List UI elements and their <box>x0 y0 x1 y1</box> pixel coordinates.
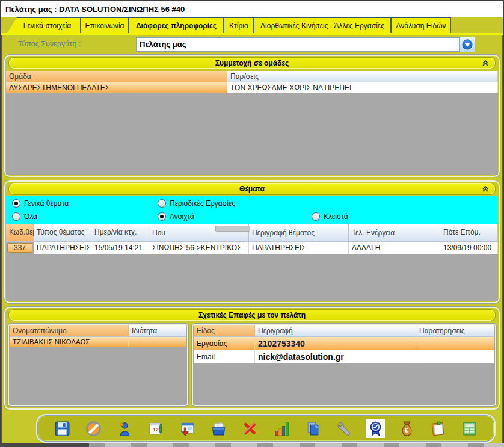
people-table-header: Ονοματεπώνυμο Ιδιότητα <box>10 325 186 337</box>
copy-icon <box>305 421 321 437</box>
column-header-desc[interactable]: Περιγραφή θέματος <box>249 224 349 242</box>
calendar-update-icon: 12 <box>148 421 164 437</box>
contact-person-button[interactable] <box>115 419 134 438</box>
certificate-award-button[interactable] <box>366 419 385 438</box>
contact-person-icon <box>117 421 133 437</box>
wrench-icon <box>336 421 352 437</box>
notes-clipboard-button[interactable] <box>429 419 448 438</box>
svg-text:12: 12 <box>153 426 159 432</box>
topics-filter-bar: Γενικά θέματα Περιοδικές Εργασίες Όλα Αν… <box>6 196 498 224</box>
column-header-notes[interactable]: Παρ/σεις <box>227 71 498 82</box>
calculator-button[interactable] <box>460 419 479 438</box>
page-title: Πελάτης μας : DATA SOLUTION/ΣΙΝΩΠΗΣ 56 #… <box>5 5 185 14</box>
table-row[interactable]: Email nick@datasolution.gr <box>194 350 494 363</box>
topic-code-cell[interactable]: 337 <box>7 243 32 253</box>
contacts-people-table: Ονοματεπώνυμο Ιδιότητα ΤΖΙΛΙΒΑΚΗΣ ΝΙΚΟΛΑ… <box>7 323 189 407</box>
partner-type-dropdown-button[interactable] <box>459 37 475 52</box>
topics-panel-header[interactable]: Θέματα <box>8 183 496 195</box>
tab-communication[interactable]: Επικοινωνία <box>81 17 129 33</box>
contacts-panel-title: Σχετικές Επαφές με τον πελάτη <box>198 311 306 319</box>
export-window-icon <box>179 421 195 437</box>
svg-text:€: € <box>405 427 408 433</box>
radio-closed[interactable]: Κλειστά <box>312 212 348 221</box>
contacts-panel-header[interactable]: Σχετικές Επαφές με τον πελάτη <box>8 309 496 321</box>
column-header-name[interactable]: Ονοματεπώνυμο <box>10 325 129 337</box>
save-icon <box>54 421 70 437</box>
archive-folder-icon <box>211 421 227 437</box>
column-header-type[interactable]: Τύπος θέματος <box>34 224 91 242</box>
column-header-code[interactable]: Κωδ.θεμ <box>6 224 34 242</box>
collapse-chevron-icon[interactable] <box>481 59 490 67</box>
table-row[interactable]: ΔΥΣΑΡΕΣΤΗΜΕΝΟΙ ΠΕΛΑΤΕΣ ΤΟΝ ΧΡΕΩΣΑΜΕ ΧΩΡΙ… <box>6 82 498 93</box>
tab-buildings[interactable]: Κτίρια <box>224 17 254 33</box>
background-window-sliver <box>0 443 504 447</box>
cancel-icon <box>85 421 102 437</box>
column-header-last-action[interactable]: Τελ. Ενέργεια <box>349 224 440 242</box>
column-header-next[interactable]: Πότε Επόμ. <box>440 224 498 242</box>
contacts-panel: Σχετικές Επαφές με τον πελάτη Ονοματεπών… <box>4 306 500 410</box>
column-header-remarks[interactable]: Παρατηρήσεις <box>416 325 494 337</box>
customer-window: Πελάτης μας : DATA SOLUTION/ΣΙΝΩΠΗΣ 56 #… <box>0 0 504 447</box>
radio-open[interactable]: Ανοιχτά <box>158 212 194 221</box>
groups-panel-header[interactable]: Συμμετοχή σε ομάδες <box>8 57 496 69</box>
collapse-chevron-icon[interactable] <box>481 185 490 193</box>
partner-type-label: Τύπος Συνεργάτη : <box>18 40 134 48</box>
window-title-bar: Πελάτης μας : DATA SOLUTION/ΣΙΝΩΠΗΣ 56 #… <box>1 1 503 18</box>
tab-various-info[interactable]: Διάφορες πληροφορίες <box>129 17 224 33</box>
radio-periodic-tasks[interactable]: Περιοδικές Εργασίες <box>158 199 235 208</box>
groups-panel-title: Συμμετοχή σε ομάδες <box>215 59 289 67</box>
statistics-chart-icon <box>274 421 290 437</box>
calendar-update-button[interactable]: 12 <box>146 419 165 438</box>
save-button[interactable] <box>52 419 72 438</box>
copy-button[interactable] <box>303 419 322 438</box>
award-ribbon-icon <box>367 421 384 437</box>
table-row[interactable]: ΤΖΙΛΙΒΑΚΗΣ ΝΙΚΟΛΑΟΣ <box>10 337 186 347</box>
calculator-icon <box>461 421 478 437</box>
bottom-toolbar: 12 <box>37 415 494 442</box>
tab-item-analysis[interactable]: Ανάλυση Ειδών <box>391 17 451 33</box>
tab-general[interactable]: Γενικά στοιχεία <box>7 17 81 33</box>
tools-wrench-button[interactable] <box>334 419 354 438</box>
radio-all[interactable]: Όλα <box>12 212 37 221</box>
money-bag-button[interactable]: € <box>398 419 417 438</box>
radio-general-topics[interactable]: Γενικά θέματα <box>12 199 69 208</box>
chevron-down-icon <box>462 39 473 50</box>
partner-type-row: Τύπος Συνεργάτη : Πελάτης μας <box>1 35 503 54</box>
email-value: nick@datasolution.gr <box>255 350 416 363</box>
phone-value: 2102753340 <box>255 337 416 350</box>
money-bag-icon: € <box>399 421 415 437</box>
topics-table-header: Κωδ.θεμ Τύπος θέματος Ημερ/νία κτχ. Που … <box>6 224 498 242</box>
delete-x-icon <box>242 421 258 437</box>
tab-bar: Γενικά στοιχεία Επικοινωνία Διάφορες πλη… <box>1 17 503 33</box>
table-row[interactable]: Εργασίας 2102753340 <box>194 337 494 350</box>
topics-panel: Θέματα Γενικά θέματα Περιοδικές Εργασίες… <box>4 180 500 304</box>
groups-table: Ομάδα Παρ/σεις ΔΥΣΑΡΕΣΤΗΜΕΝΟΙ ΠΕΛΑΤΕΣ ΤΟ… <box>6 71 498 175</box>
topics-table: Κωδ.θεμ Τύπος θέματος Ημερ/νία κτχ. Που … <box>6 224 498 301</box>
column-header-date[interactable]: Ημερ/νία κτχ. <box>91 224 149 242</box>
partner-type-field[interactable]: Πελάτης μας <box>136 37 464 52</box>
groups-panel: Συμμετοχή σε ομάδες Ομάδα Παρ/σεις ΔΥΣΑΡ… <box>4 54 500 177</box>
delete-button[interactable] <box>241 419 260 438</box>
column-header-role[interactable]: Ιδιότητα <box>129 325 186 337</box>
export-window-button[interactable] <box>178 419 197 438</box>
cancel-button[interactable] <box>84 419 103 438</box>
table-row[interactable]: 337 ΠΑΡΑΤΗΡΗΣΕΙΣ 15/05/19 14:21 ΣΙΝΩΠΗΣ … <box>6 242 498 254</box>
groups-table-header: Ομάδα Παρ/σεις <box>6 71 498 82</box>
column-header-group[interactable]: Ομάδα <box>6 71 227 82</box>
topics-panel-title: Θέματα <box>239 185 265 193</box>
tab-corrective-actions[interactable]: Διορθωτικές Κινήσεις - Άλλες Εργασίες <box>254 17 391 33</box>
contacts-details-table: Είδος Περιγραφή Παρατηρήσεις Εργασίας 21… <box>191 323 497 407</box>
column-header-description[interactable]: Περιγραφή <box>255 325 416 337</box>
archive-folder-button[interactable] <box>209 419 229 438</box>
statistics-chart-button[interactable] <box>272 419 291 438</box>
column-resize-handle[interactable] <box>215 226 250 232</box>
notes-clipboard-icon <box>430 421 446 437</box>
details-table-header: Είδος Περιγραφή Παρατηρήσεις <box>194 325 494 337</box>
column-header-kind[interactable]: Είδος <box>194 325 255 337</box>
